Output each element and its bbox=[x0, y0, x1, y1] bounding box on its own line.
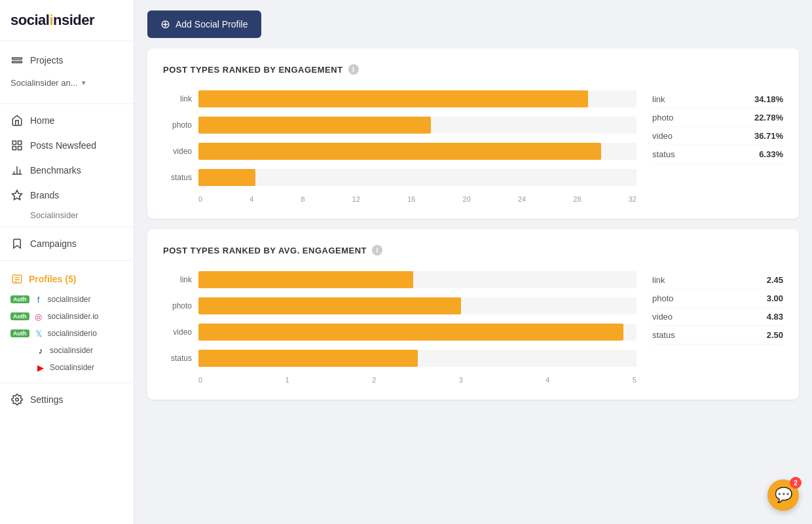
profile-item-socialinsider-tk[interactable]: ♪ socialinsider bbox=[0, 342, 134, 359]
info-icon-1[interactable]: i bbox=[348, 64, 359, 75]
main-header: ⊕ Add Social Profile bbox=[134, 0, 812, 48]
legend-row-video: video 36.71% bbox=[652, 127, 783, 145]
bar-container bbox=[198, 169, 637, 186]
divider-1 bbox=[0, 103, 134, 104]
profile-item-socialinsider-fb[interactable]: Auth f socialinsider bbox=[0, 291, 134, 308]
svg-rect-4 bbox=[12, 147, 16, 150]
chat-widget[interactable]: 2 💬 bbox=[767, 479, 799, 511]
legend-row-link: link 2.45 bbox=[652, 271, 783, 290]
bar-container bbox=[198, 297, 637, 314]
axis-tick: 2 bbox=[372, 376, 376, 384]
bar-container bbox=[198, 324, 637, 341]
profile-item-socialinsider-yt[interactable]: ▶ Socialinsider bbox=[0, 359, 134, 376]
sidebar-projects-section: Projects Socialinsider an... ▼ bbox=[0, 41, 134, 100]
axis-tick: 4 bbox=[249, 195, 253, 203]
youtube-icon: ▶ bbox=[35, 362, 46, 373]
sidebar-item-brands-label: Brands bbox=[30, 190, 59, 200]
sidebar-item-posts-newsfeed-label: Posts Newsfeed bbox=[30, 140, 96, 151]
info-icon-2[interactable]: i bbox=[372, 245, 382, 255]
add-profile-label: Add Social Profile bbox=[175, 19, 248, 29]
auth-badge: Auth bbox=[10, 295, 29, 303]
plus-circle-icon: ⊕ bbox=[160, 17, 170, 31]
settings-icon bbox=[10, 393, 24, 406]
bar-row-video-2: video bbox=[163, 324, 637, 341]
legend-row-status: status 2.50 bbox=[652, 326, 783, 345]
bar-chart-2: link photo video bbox=[163, 271, 637, 384]
main-content-area: ⊕ Add Social Profile POST TYPES RANKED B… bbox=[134, 0, 812, 524]
bar-fill bbox=[198, 117, 431, 134]
bar-row-photo-2: photo bbox=[163, 297, 637, 314]
instagram-icon: ◎ bbox=[33, 311, 44, 322]
legend-label: photo bbox=[652, 113, 674, 122]
profiles-label: Profiles (5) bbox=[29, 274, 76, 284]
sidebar-item-benchmarks[interactable]: Benchmarks bbox=[0, 158, 134, 183]
bar-row-video-1: video bbox=[163, 143, 637, 160]
legend-label: status bbox=[652, 330, 675, 340]
sidebar: socialinsider Projects Socialinsider an.… bbox=[0, 0, 134, 524]
auth-badge: Auth bbox=[10, 329, 29, 337]
sidebar-item-home[interactable]: Home bbox=[0, 108, 134, 133]
profile-name: socialinsider bbox=[48, 295, 91, 304]
chart-1-legend: link 34.18% photo 22.78% video 36.71% st… bbox=[652, 90, 783, 164]
chart-2-axis: 0 1 2 3 4 5 bbox=[163, 376, 637, 384]
sidebar-item-settings-label: Settings bbox=[30, 394, 64, 405]
profile-name: socialinsider.io bbox=[48, 312, 99, 321]
chart-card-2: POST TYPES RANKED BY AVG. ENGAGEMENT i l… bbox=[147, 229, 799, 400]
profile-name: socialinsider bbox=[50, 346, 93, 355]
profile-item-socialinsider-ig[interactable]: Auth ◎ socialinsider.io bbox=[0, 308, 134, 325]
sidebar-item-posts-newsfeed[interactable]: Posts Newsfeed bbox=[0, 133, 134, 158]
legend-label: status bbox=[652, 149, 675, 159]
bar-label: link bbox=[163, 275, 192, 284]
bar-label: photo bbox=[163, 301, 192, 310]
sidebar-item-campaigns-label: Campaigns bbox=[30, 238, 77, 249]
svg-rect-3 bbox=[18, 141, 22, 144]
bar-chart-icon bbox=[10, 164, 24, 177]
bar-fill bbox=[198, 90, 588, 107]
sidebar-item-settings[interactable]: Settings bbox=[0, 387, 134, 412]
logo: socialinsider bbox=[0, 0, 134, 41]
charts-container: POST TYPES RANKED BY ENGAGEMENT i link p… bbox=[134, 48, 812, 524]
divider-4 bbox=[0, 383, 134, 383]
project-selector[interactable]: Socialinsider an... ▼ bbox=[0, 73, 134, 93]
chart-1-title: POST TYPES RANKED BY ENGAGEMENT i bbox=[163, 64, 783, 75]
bar-row-photo-1: photo bbox=[163, 117, 637, 134]
legend-value: 6.33% bbox=[759, 149, 783, 159]
legend-label: link bbox=[652, 94, 665, 104]
bar-fill bbox=[198, 297, 461, 314]
legend-value: 4.83 bbox=[767, 312, 783, 322]
chart-1-axis: 0 4 8 12 16 20 24 28 32 bbox=[163, 195, 637, 203]
bar-row-status-1: status bbox=[163, 169, 637, 186]
svg-marker-10 bbox=[12, 191, 22, 200]
brand-name: Socialinsider bbox=[0, 208, 134, 223]
sidebar-item-benchmarks-label: Benchmarks bbox=[30, 165, 81, 176]
svg-rect-1 bbox=[12, 62, 22, 63]
legend-row-video: video 4.83 bbox=[652, 308, 783, 326]
bar-container bbox=[198, 117, 637, 134]
sidebar-item-campaigns[interactable]: Campaigns bbox=[0, 231, 134, 256]
legend-row-link: link 34.18% bbox=[652, 90, 783, 109]
sidebar-item-projects[interactable]: Projects bbox=[0, 48, 134, 73]
bar-label: video bbox=[163, 328, 192, 337]
bar-label: status bbox=[163, 354, 192, 363]
chart-2-area: link photo video bbox=[163, 271, 783, 384]
profile-name: socialinsiderio bbox=[48, 329, 97, 338]
axis-tick: 4 bbox=[545, 376, 549, 384]
brands-icon bbox=[10, 189, 24, 202]
legend-label: link bbox=[652, 275, 665, 285]
add-social-profile-button[interactable]: ⊕ Add Social Profile bbox=[147, 10, 261, 38]
axis-tick: 3 bbox=[459, 376, 463, 384]
grid-icon bbox=[10, 139, 24, 152]
profiles-header[interactable]: Profiles (5) bbox=[0, 267, 134, 291]
svg-rect-5 bbox=[18, 147, 22, 150]
axis-tick: 20 bbox=[463, 195, 471, 203]
project-name: Socialinsider an... bbox=[10, 78, 78, 88]
bar-row-link-2: link bbox=[163, 271, 637, 288]
sidebar-item-brands[interactable]: Brands bbox=[0, 183, 134, 208]
bar-label: status bbox=[163, 173, 192, 182]
profile-item-socialinsiderio-tw[interactable]: Auth 𝕏 socialinsiderio bbox=[0, 325, 134, 342]
legend-label: video bbox=[652, 312, 673, 322]
legend-value: 34.18% bbox=[754, 94, 783, 104]
bar-fill bbox=[198, 271, 413, 288]
axis-tick: 12 bbox=[352, 195, 360, 203]
chart-2-title: POST TYPES RANKED BY AVG. ENGAGEMENT i bbox=[163, 245, 783, 255]
